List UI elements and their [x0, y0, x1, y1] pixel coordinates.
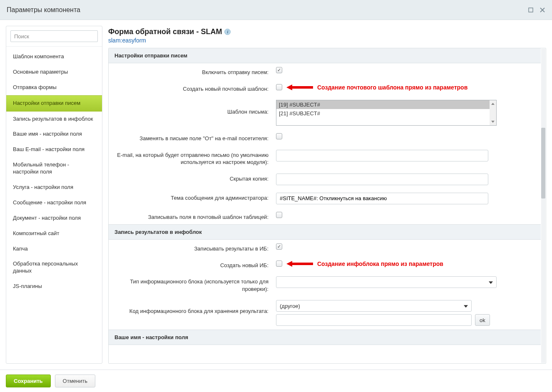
sidebar-item-message-field[interactable]: Сообщение - настройки поля [6, 195, 102, 211]
checkbox-create-template[interactable] [276, 84, 282, 90]
sidebar-item-composite[interactable]: Композитный сайт [6, 226, 102, 241]
label-ib-type: Тип информационного блока (используется … [114, 276, 269, 293]
input-bcc[interactable] [276, 174, 488, 185]
label-mail-template: Шаблон письма: [114, 100, 269, 116]
svg-rect-0 [529, 8, 533, 12]
cancel-button[interactable]: Отменить [55, 375, 95, 387]
form-inner: Настройки отправки писем Включить отправ… [109, 48, 546, 345]
input-ib-code[interactable] [276, 314, 472, 326]
search-wrap [6, 26, 102, 47]
save-button[interactable]: Сохранить [6, 375, 51, 387]
row-admin-subject: Тема сообщения для администратора: [109, 189, 541, 208]
checkbox-write-ib[interactable] [276, 243, 282, 250]
scrollbar-track[interactable] [541, 49, 545, 363]
select-ib-code[interactable]: (другое) [276, 300, 472, 312]
row-write-ib: Записывать результаты в ИБ: [109, 240, 541, 256]
form-column: Форма обратной связи - SLAM i slam:easyf… [108, 26, 546, 364]
label-bcc: Скрытая копия: [114, 174, 269, 183]
titlebar-buttons [528, 7, 545, 13]
input-email-to[interactable] [276, 150, 488, 161]
ok-button[interactable]: ok [475, 314, 490, 326]
input-admin-subject[interactable] [276, 193, 488, 204]
row-enable-send: Включить отправку писем: [109, 63, 541, 80]
checkbox-replace-from[interactable] [276, 133, 282, 139]
close-button[interactable] [540, 7, 545, 13]
sidebar-item-name-field[interactable]: Ваше имя - настройки поля [6, 127, 102, 142]
sidebar-item-personal-data[interactable]: Обработка персональных данных [6, 256, 102, 279]
label-email-to: E-mail, на который будет отправлено пись… [114, 150, 269, 166]
row-ib-type: Тип информационного блока (используется … [109, 273, 541, 296]
sidebar-item-form-send[interactable]: Отправка формы [6, 80, 102, 95]
label-ib-code: Код информационного блока для хранения р… [114, 300, 269, 315]
content-area: Шаблон компонента Основные параметры Отп… [0, 20, 552, 370]
label-replace-from: Заменять в письме поле "От" на e-mail по… [114, 133, 269, 142]
search-input[interactable] [10, 30, 98, 42]
row-replace-from: Заменять в письме поле "От" на e-mail по… [109, 129, 541, 146]
label-enable-send: Включить отправку писем: [114, 67, 269, 76]
listbox-option-0[interactable]: [19] #SUBJECT# [276, 100, 496, 109]
row-bcc: Скрытая копия: [109, 170, 541, 189]
listbox-mail-template[interactable]: [19] #SUBJECT# [21] #SUBJECT# [276, 100, 497, 126]
row-fields-as-table: Записывать поля в почтовый шаблон таблиц… [109, 208, 541, 225]
component-title: Форма обратной связи - SLAM [108, 27, 222, 36]
sidebar-item-document-field[interactable]: Документ - настройки поля [6, 211, 102, 226]
scrollbar-thumb[interactable] [541, 128, 545, 198]
main-wrap: Шаблон компонента Основные параметры Отп… [0, 20, 552, 392]
scroll-down-icon[interactable] [490, 118, 496, 125]
annotation-create-template: Создание почтового шаблона прямо из пара… [317, 84, 467, 91]
sidebar-item-email-field[interactable]: Ваш E-mail - настройки поля [6, 142, 102, 157]
bottom-bar: Сохранить Отменить [0, 370, 552, 392]
label-admin-subject: Тема сообщения для администратора: [114, 193, 269, 202]
window-title: Параметры компонента [7, 6, 528, 14]
section-mail-header[interactable]: Настройки отправки писем [109, 48, 541, 63]
arrow-icon [286, 260, 313, 268]
row-mail-template: Шаблон письма: [19] #SUBJECT# [21] #SUBJ… [109, 96, 541, 129]
sidebar-item-iblock[interactable]: Запись результатов в инфоблок [6, 112, 102, 127]
row-create-ib: Создать новый ИБ: Создание инфоблока пря… [109, 256, 541, 273]
sidebar-menu: Шаблон компонента Основные параметры Отп… [6, 47, 102, 297]
label-fields-as-table: Записывать поля в почтовый шаблон таблиц… [114, 212, 269, 221]
maximize-button[interactable] [528, 7, 534, 13]
sidebar-item-captcha[interactable]: Капча [6, 241, 102, 257]
select-ib-type[interactable] [276, 276, 497, 288]
component-code: slam:easyform [108, 37, 546, 44]
row-create-template: Создать новый почтовый шаблон: Создание … [109, 80, 541, 97]
sidebar-item-mail-settings[interactable]: Настройки отправки писем [6, 95, 102, 112]
annotation-create-ib: Создание инфоблока прямо из параметров [317, 261, 443, 267]
arrow-icon [286, 84, 313, 91]
checkbox-create-ib[interactable] [276, 261, 282, 267]
scroll-up-icon[interactable] [490, 100, 496, 107]
sidebar-item-main[interactable]: Основные параметры [6, 65, 102, 80]
label-create-ib: Создать новый ИБ: [114, 260, 269, 269]
row-ib-code: Код информационного блока для хранения р… [109, 296, 541, 330]
dialog-window: Параметры компонента Шаблон компонента О… [0, 0, 552, 392]
sidebar-item-service-field[interactable]: Услуга - настройки поля [6, 180, 102, 195]
select-ib-code-value: (другое) [280, 303, 300, 309]
label-write-ib: Записывать результаты в ИБ: [114, 243, 269, 253]
form-header: Форма обратной связи - SLAM i slam:easyf… [108, 26, 546, 48]
sidebar-item-js-plugins[interactable]: JS-плагины [6, 279, 102, 294]
checkbox-enable-send[interactable] [276, 67, 282, 73]
listbox-scrollbar[interactable] [490, 100, 496, 125]
label-create-template: Создать новый почтовый шаблон: [114, 84, 269, 93]
sidebar-item-phone-field[interactable]: Мобильный телефон - настройки поля [6, 157, 102, 180]
titlebar: Параметры компонента [0, 0, 552, 20]
checkbox-fields-as-table[interactable] [276, 212, 282, 218]
row-email-to: E-mail, на который будет отправлено пись… [109, 146, 541, 170]
sidebar: Шаблон компонента Основные параметры Отп… [6, 26, 102, 364]
listbox-option-1[interactable]: [21] #SUBJECT# [276, 109, 496, 118]
form-body: Настройки отправки писем Включить отправ… [108, 48, 546, 364]
section-iblock-header[interactable]: Запись результатов в инфоблок [109, 224, 541, 240]
info-icon[interactable]: i [224, 29, 231, 35]
sidebar-item-template[interactable]: Шаблон компонента [6, 49, 102, 65]
section-name-field-header[interactable]: Ваше имя - настройки поля [109, 330, 541, 345]
